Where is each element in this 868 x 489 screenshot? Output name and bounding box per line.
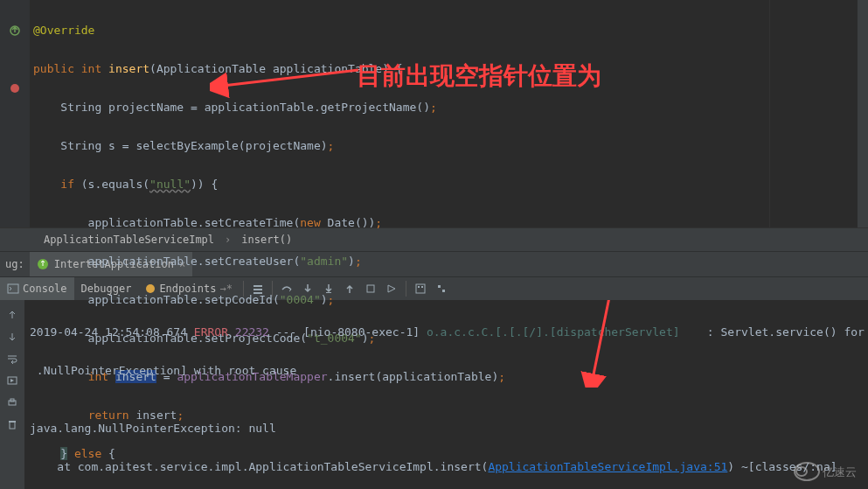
svg-rect-20 bbox=[9, 421, 16, 423]
brace: { bbox=[212, 178, 219, 191]
method-setCreateTime: setCreateTime bbox=[205, 216, 294, 229]
log-logger: o.a.c.c.C.[.[.[/].[dispatcherServlet] bbox=[427, 325, 680, 339]
breakpoint-icon[interactable] bbox=[0, 79, 30, 98]
type-Date: Date bbox=[328, 216, 355, 229]
svg-point-1 bbox=[10, 84, 19, 93]
code-text: String projectName = applicationTable. bbox=[33, 101, 321, 114]
soft-wrap-icon[interactable] bbox=[0, 347, 24, 369]
log-line: .NullPointerException] with root cause bbox=[30, 364, 296, 377]
code-content[interactable]: @Override public int insert(ApplicationT… bbox=[30, 0, 868, 227]
method-selectByExample: selectByExample bbox=[135, 139, 238, 152]
annotation-text: 目前出现空指针位置为 bbox=[357, 59, 601, 93]
editor-gutter bbox=[0, 0, 30, 227]
parens: () bbox=[416, 101, 430, 114]
parens: )) bbox=[191, 178, 205, 191]
svg-rect-4 bbox=[8, 284, 18, 293]
gutter-blank bbox=[0, 2, 30, 21]
debug-label: ug: bbox=[0, 258, 30, 270]
log-msg: : Servlet.service() for servlet [disp bbox=[680, 325, 868, 339]
code-text: (s. bbox=[81, 178, 101, 191]
method-equals: equals bbox=[101, 178, 142, 191]
scroll-up-icon[interactable] bbox=[0, 304, 24, 325]
code-editor[interactable]: @Override public int insert(ApplicationT… bbox=[0, 0, 868, 227]
kw-int: int bbox=[81, 62, 101, 75]
vertical-scrollbar[interactable] bbox=[858, 0, 868, 227]
svg-text:亿速云: 亿速云 bbox=[822, 465, 857, 479]
console-panel: ⊟2019-04-24 12:54:08.674 ERROR 22232 ---… bbox=[0, 300, 868, 489]
stack-link[interactable]: ApplicationTableServiceImpl.java:51 bbox=[488, 460, 727, 473]
log-level-error: ERROR bbox=[194, 325, 228, 339]
log-pid: 22232 bbox=[235, 325, 269, 339]
console-output[interactable]: ⊟2019-04-24 12:54:08.674 ERROR 22232 ---… bbox=[24, 300, 868, 489]
gutter-blank bbox=[0, 59, 30, 79]
override-gutter-icon[interactable] bbox=[0, 21, 30, 40]
svg-rect-19 bbox=[10, 422, 15, 429]
indent bbox=[33, 178, 60, 191]
scroll-down-icon[interactable] bbox=[0, 325, 24, 347]
log-thread: --- [nio-8080-exec-1] bbox=[269, 325, 427, 339]
method-getProjectName: getProjectName bbox=[321, 101, 417, 114]
parens: ()) bbox=[355, 216, 375, 229]
code-text: applicationTable. bbox=[33, 216, 205, 229]
semi: ; bbox=[328, 139, 335, 152]
string-null: "null" bbox=[149, 178, 191, 191]
scroll-to-end-icon[interactable] bbox=[0, 369, 24, 391]
svg-point-23 bbox=[796, 467, 807, 476]
kw-public: public bbox=[33, 62, 74, 75]
parens: (projectName) bbox=[239, 139, 328, 152]
code-text: String s = bbox=[33, 139, 135, 152]
kw-if: if bbox=[60, 178, 80, 191]
minimap[interactable] bbox=[769, 0, 858, 227]
clear-icon[interactable] bbox=[0, 413, 24, 435]
exception-header: java.lang.NullPointerException: null bbox=[30, 422, 276, 435]
params: (ApplicationTable applicationTable) bbox=[149, 62, 389, 75]
semi: ; bbox=[355, 255, 362, 268]
space bbox=[228, 325, 235, 339]
paren: ( bbox=[142, 178, 149, 191]
console-gutter bbox=[0, 300, 24, 489]
gutter-blank bbox=[0, 40, 30, 59]
stack-frame: at com.apitest.service.impl.ApplicationT… bbox=[30, 460, 488, 473]
watermark: 亿速云 bbox=[791, 459, 861, 484]
method-setCreateUser: setCreateUser bbox=[205, 255, 294, 268]
annotation-override: @Override bbox=[33, 24, 94, 37]
semi: ; bbox=[430, 101, 437, 114]
paren: ) bbox=[348, 255, 355, 268]
string-admin: "admin" bbox=[300, 255, 348, 268]
console-icon bbox=[7, 283, 19, 295]
kw-new: new bbox=[300, 216, 327, 229]
method-insert: insert bbox=[108, 62, 149, 75]
semi: ; bbox=[375, 216, 382, 229]
print-icon[interactable] bbox=[0, 391, 24, 413]
log-timestamp: 2019-04-24 12:54:08.674 bbox=[30, 325, 194, 339]
code-text: applicationTable. bbox=[33, 255, 205, 268]
